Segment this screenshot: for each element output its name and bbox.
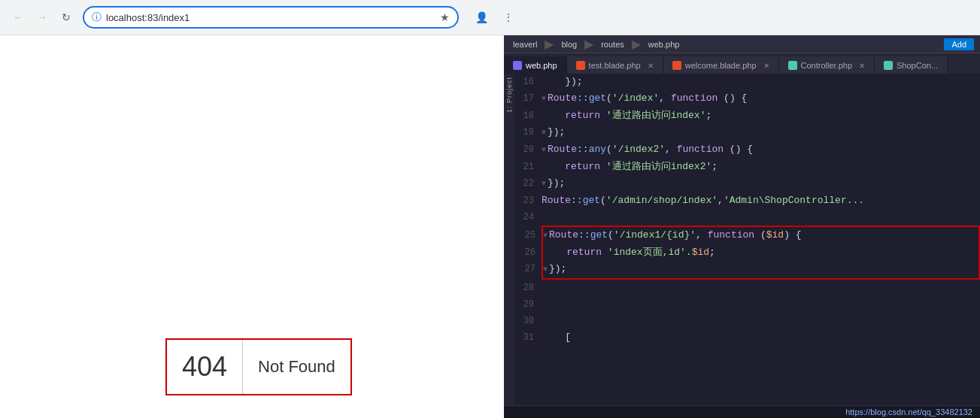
address-bar[interactable]: ⓘ ★ <box>83 6 459 29</box>
add-button[interactable]: Add <box>944 38 974 50</box>
table-row: 31 [ <box>514 329 980 346</box>
code-lines: 16 }); 17 ▼Route::get('/index', function… <box>514 74 980 346</box>
blade-icon-1 <box>576 61 585 70</box>
table-row: 29 <box>514 296 980 313</box>
ctrl-icon-1 <box>788 61 797 70</box>
table-row: 30 <box>514 313 980 329</box>
reload-button[interactable]: ↻ <box>56 7 77 28</box>
tab-close-1[interactable]: ✕ <box>648 62 654 70</box>
back-button[interactable]: ← <box>8 7 29 28</box>
browser-content: 404 Not Found <box>0 35 504 418</box>
table-row: 18 return '通过路由访问index'; <box>514 108 980 124</box>
sidebar-label: 1: Project <box>505 77 513 113</box>
tab-close-2[interactable]: ✕ <box>763 62 769 70</box>
table-row: 17 ▼Route::get('/index', function () { <box>514 90 980 108</box>
ide-body: 1: Project 16 }); 17 ▼Route::get('/index… <box>504 74 980 405</box>
table-row: 22 ▼}); <box>514 175 980 192</box>
tab-controller-php[interactable]: Controller.php ✕ <box>779 56 875 74</box>
error-box: 404 Not Found <box>165 338 352 395</box>
table-row: 26 return 'index页面,id'.$id; <box>516 244 978 261</box>
ctrl-icon-2 <box>884 61 893 70</box>
table-row: 21 return '通过路由访问index2'; <box>514 159 980 175</box>
tab-label-test-blade: test.blade.php <box>589 61 641 70</box>
url-input[interactable] <box>106 12 435 23</box>
chrome-actions: 👤 ⋮ <box>471 7 519 28</box>
ide-topbar: leaverl ▶ blog ▶ routes ▶ web.php Add <box>504 35 980 53</box>
error-code: 404 <box>167 340 243 394</box>
ide-menu-webphp[interactable]: web.php <box>645 38 683 50</box>
table-row: 27 ▼}); <box>516 261 978 278</box>
error-message: Not Found <box>243 340 350 394</box>
bookmark-icon[interactable]: ★ <box>440 11 450 23</box>
ide-menu-leaverl[interactable]: leaverl <box>510 38 540 50</box>
tab-label-shopcon: ShopCon... <box>897 61 938 70</box>
ide-statusbar: https://blog.csdn.net/qq_33482132 <box>504 405 980 418</box>
info-icon: ⓘ <box>92 11 102 24</box>
statusbar-url[interactable]: https://blog.csdn.net/qq_33482132 <box>845 407 972 416</box>
ide-menu-blog[interactable]: blog <box>558 38 580 50</box>
forward-button[interactable]: → <box>32 7 53 28</box>
tab-test-blade[interactable]: test.blade.php ✕ <box>567 56 663 74</box>
table-row: 20 ▼Route::any('/index2', function () { <box>514 141 980 159</box>
code-editor[interactable]: 16 }); 17 ▼Route::get('/index', function… <box>514 74 980 405</box>
ide-sidebar: 1: Project <box>504 74 514 405</box>
tab-label-controller-php: Controller.php <box>801 61 853 70</box>
blade-icon-2 <box>672 61 681 70</box>
table-row: 16 }); <box>514 74 980 90</box>
ide-area: leaverl ▶ blog ▶ routes ▶ web.php Add we… <box>504 35 980 418</box>
profile-button[interactable]: 👤 <box>471 7 492 28</box>
tab-welcome-blade[interactable]: welcome.blade.php ✕ <box>663 56 779 74</box>
ide-tabs: web.php test.blade.php ✕ welcome.blade.p… <box>504 53 980 74</box>
tab-label-web-php: web.php <box>526 61 557 70</box>
table-row: 25 ▼Route::get('/index1/{id}', function … <box>516 227 978 244</box>
php-icon <box>513 61 522 70</box>
tab-close-3[interactable]: ✕ <box>859 62 865 70</box>
table-row: 24 <box>514 209 980 226</box>
ide-menu-routes[interactable]: routes <box>598 38 627 50</box>
highlight-region: 25 ▼Route::get('/index1/{id}', function … <box>542 226 980 280</box>
menu-button[interactable]: ⋮ <box>498 7 519 28</box>
nav-buttons: ← → ↻ <box>8 7 77 28</box>
tab-web-php[interactable]: web.php <box>504 56 567 74</box>
table-row: 23 Route::get('/admin/shop/index','Admin… <box>514 192 980 209</box>
table-row: 28 <box>514 280 980 296</box>
tab-shopcon[interactable]: ShopCon... <box>875 56 948 74</box>
tab-label-welcome-blade: welcome.blade.php <box>685 61 757 70</box>
main-area: 404 Not Found leaverl ▶ blog ▶ routes ▶ … <box>0 35 980 418</box>
table-row: 19 ▼}); <box>514 124 980 141</box>
browser-chrome: ← → ↻ ⓘ ★ 👤 ⋮ <box>0 0 980 35</box>
